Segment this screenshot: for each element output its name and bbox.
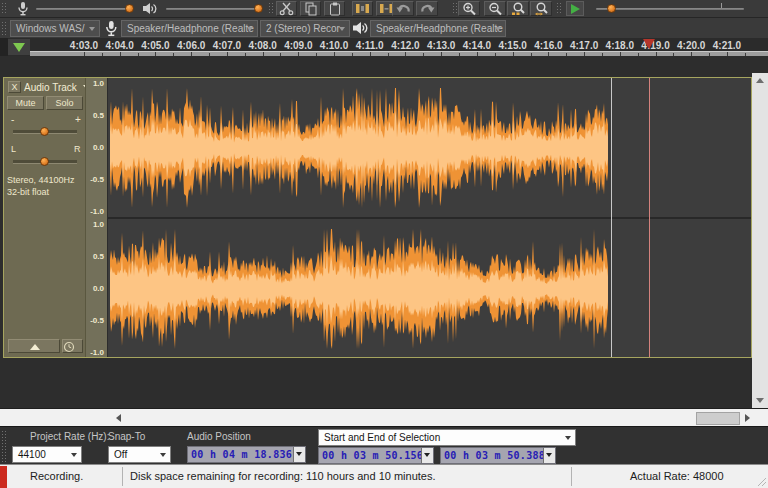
scale-label: 0.0 xyxy=(93,143,104,152)
vertical-scrollbar[interactable] xyxy=(752,73,768,408)
copy-button[interactable] xyxy=(300,1,321,16)
time-format-dropdown-icon[interactable] xyxy=(543,448,555,463)
solo-button[interactable]: Solo xyxy=(46,96,83,110)
timeline-tick-label: 4:07.0 xyxy=(213,40,241,51)
resize-grip-icon[interactable] xyxy=(755,475,767,487)
copy-icon xyxy=(304,2,318,16)
scroll-right-arrow[interactable] xyxy=(745,414,750,422)
playback-volume-handle[interactable] xyxy=(254,4,263,13)
playback-volume-slider[interactable] xyxy=(166,8,262,10)
redo-icon xyxy=(420,2,435,15)
project-rate-select[interactable]: 44100 xyxy=(12,446,82,463)
status-separator xyxy=(571,467,572,486)
vertical-scale-ruler[interactable]: 1.00.50.0-0.5-1.01.00.50.0-0.5-1.0 xyxy=(85,78,108,357)
gain-min-label: - xyxy=(11,114,14,125)
fit-selection-button[interactable] xyxy=(507,1,529,16)
gain-max-label: + xyxy=(75,114,81,125)
zoom-out-button[interactable] xyxy=(484,1,506,16)
scale-label: -1.0 xyxy=(90,348,104,357)
play-speed-slider[interactable] xyxy=(596,8,744,10)
chevron-down-icon xyxy=(71,453,77,457)
play-speed-handle[interactable] xyxy=(607,4,616,13)
toolbar-grip[interactable] xyxy=(268,2,273,15)
audio-host-select[interactable]: Windows WAS/ xyxy=(10,20,100,37)
fit-project-button[interactable] xyxy=(530,1,552,16)
recording-volume-slider[interactable] xyxy=(36,8,133,10)
timeline-tick-label: 4:15.0 xyxy=(498,40,526,51)
pan-slider-handle[interactable] xyxy=(40,157,49,166)
toolbar-grip[interactable] xyxy=(1,430,6,462)
waveform-view[interactable] xyxy=(108,78,751,357)
cut-button[interactable] xyxy=(276,1,297,16)
scale-label: -0.5 xyxy=(90,175,104,184)
timeline-tick-label: 4:10.0 xyxy=(320,40,348,51)
mute-button[interactable]: Mute xyxy=(7,96,44,110)
timeline-ruler[interactable]: 4:03.04:04.04:05.04:06.04:07.04:08.04:09… xyxy=(0,38,768,56)
horizontal-scroll-thumb[interactable] xyxy=(696,412,740,425)
collapse-track-button[interactable] xyxy=(8,339,60,353)
timeline-tick-label: 4:17.0 xyxy=(570,40,598,51)
timeline-tick-label: 4:14.0 xyxy=(463,40,491,51)
zoom-in-button[interactable] xyxy=(458,1,480,16)
gain-slider-handle[interactable] xyxy=(40,127,49,136)
audio-host-value: Windows WAS/ xyxy=(16,23,85,34)
zoom-out-icon xyxy=(488,2,503,16)
recording-volume-handle[interactable] xyxy=(125,4,134,13)
project-rate-label: Project Rate (Hz): xyxy=(30,431,109,442)
timeline-tick-label: 4:16.0 xyxy=(534,40,562,51)
selection-start-field[interactable]: 00 h 03 m 50.156 s xyxy=(318,447,434,464)
speaker-icon xyxy=(142,1,158,16)
microphone-icon xyxy=(104,20,118,37)
track-area: X Audio Track Mute Solo - + L R Stereo, … xyxy=(0,56,768,408)
toolbar-grip[interactable] xyxy=(556,2,561,15)
selection-end-field[interactable]: 00 h 03 m 50.388 s xyxy=(440,447,556,464)
timeline-tick-label: 4:12.0 xyxy=(391,40,419,51)
redo-button[interactable] xyxy=(416,1,438,16)
toolbar-grip[interactable] xyxy=(1,2,6,15)
microphone-icon xyxy=(16,1,30,16)
timeline-tick-label: 4:05.0 xyxy=(141,40,169,51)
recording-device-select[interactable]: Speaker/Headphone (Realte xyxy=(121,20,258,37)
recording-channels-select[interactable]: 2 (Stereo) Recor xyxy=(260,20,350,37)
scale-label: 1.0 xyxy=(93,220,104,229)
paste-button[interactable] xyxy=(324,1,345,16)
audio-position-field[interactable]: 00 h 04 m 18.836 s xyxy=(187,446,306,463)
playback-device-select[interactable]: Speaker/Headphone (Realte xyxy=(370,20,506,37)
toolbar-grip[interactable] xyxy=(452,2,457,15)
horizontal-scrollbar[interactable] xyxy=(0,408,768,426)
record-position-marker xyxy=(643,39,655,49)
clock-icon xyxy=(63,341,75,353)
pan-left-label: L xyxy=(11,144,16,154)
edit-cursor-line xyxy=(611,78,612,357)
scroll-left-arrow[interactable] xyxy=(116,414,121,422)
play-icon xyxy=(571,4,580,14)
trim-audio-icon xyxy=(355,2,370,15)
selection-mode-select[interactable]: Start and End of Selection xyxy=(318,429,576,446)
play-at-speed-button[interactable] xyxy=(566,1,584,16)
scroll-up-arrow[interactable] xyxy=(756,78,764,83)
time-format-dropdown-icon[interactable] xyxy=(293,447,305,462)
timeline-tick-label: 4:06.0 xyxy=(177,40,205,51)
snap-to-value: Off xyxy=(114,449,127,460)
selection-toolbar: Project Rate (Hz): 44100 Snap-To Off Aud… xyxy=(0,426,768,464)
undo-icon xyxy=(396,2,411,15)
toolbar-grip[interactable] xyxy=(1,21,6,36)
chevron-down-icon xyxy=(495,27,501,31)
scissors-icon xyxy=(279,2,294,16)
timeline-tick-label: 4:13.0 xyxy=(427,40,455,51)
chevron-down-icon xyxy=(160,453,166,457)
trim-audio-button[interactable] xyxy=(352,1,373,16)
audio-position-label: Audio Position xyxy=(187,431,251,442)
undo-button[interactable] xyxy=(392,1,414,16)
time-format-dropdown-icon[interactable] xyxy=(421,448,433,463)
track-title-menu[interactable]: Audio Track xyxy=(24,82,93,93)
snap-to-select[interactable]: Off xyxy=(108,446,171,463)
scale-label: 1.0 xyxy=(93,79,104,88)
timeline-tick-label: 4:18.0 xyxy=(606,40,634,51)
timeline-tick-label: 4:08.0 xyxy=(248,40,276,51)
scroll-down-arrow[interactable] xyxy=(756,398,764,403)
track-format-line1: Stereo, 44100Hz xyxy=(7,175,75,185)
track-clock-button[interactable] xyxy=(62,339,83,353)
timeline-tick-label: 4:09.0 xyxy=(284,40,312,51)
track-close-button[interactable]: X xyxy=(8,81,21,93)
